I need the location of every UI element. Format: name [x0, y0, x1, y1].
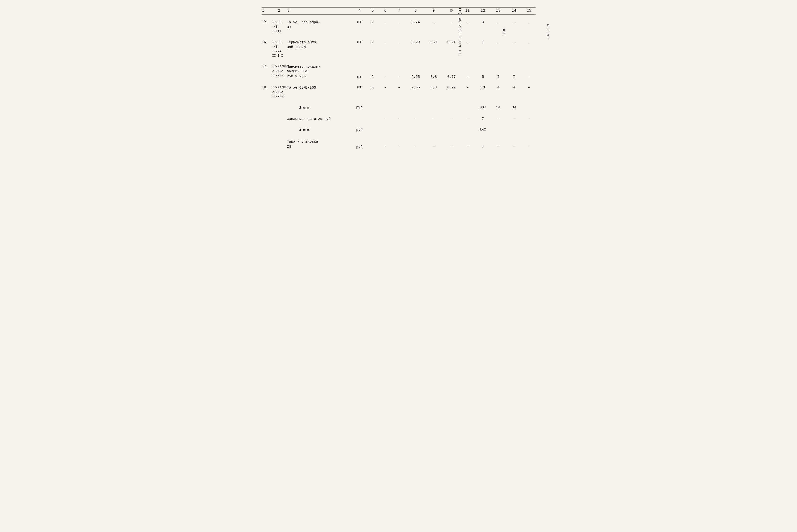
zap-c6: –: [378, 116, 392, 123]
row-c15-18: –: [523, 84, 535, 100]
zap-c10: –: [442, 116, 461, 123]
summary-c13-itogo1: 54: [491, 104, 506, 111]
side-labels: Тп 4II-1-122.85 (ш) IOO 665-03: [458, 7, 551, 55]
summary-unit-tara: руб: [352, 138, 367, 150]
row-desc-16: Термометр быто-вой ТБ-2М: [286, 39, 352, 59]
col-header-7: 7: [393, 8, 406, 15]
summary-row-zapchasti: Запасные части 2% руб – – – – – – 7 – – …: [262, 116, 535, 123]
tara-c13: –: [491, 138, 506, 150]
summary-row-tara: Тара и упаковка2% руб – – – – – – 7 – – …: [262, 138, 535, 150]
row-c13-18: 4: [491, 84, 506, 100]
zap-c5: [367, 116, 379, 123]
col-header-2: 2: [272, 8, 286, 15]
row-c9-16: 0,2I: [425, 39, 442, 59]
tara-c10: –: [442, 138, 461, 150]
tara-c6: –: [378, 138, 392, 150]
row-c7-17: –: [393, 63, 406, 80]
row-c5-18: 5: [367, 84, 379, 100]
summary-c11: [461, 104, 474, 111]
row-code-16: I7-06--48I-274II-I-I: [272, 39, 286, 59]
row-c12-18: I3: [474, 84, 491, 100]
zap-c12: 7: [474, 116, 491, 123]
col-header-10: Ю: [442, 8, 461, 15]
row-c8-16: 0,29: [406, 39, 425, 59]
row-code-18: I7-04/802-0002II-93-I: [272, 84, 286, 100]
summary-c10: [442, 104, 461, 111]
row-c7-16: –: [393, 39, 406, 59]
tara-c12: 7: [474, 138, 491, 150]
zap-c9: –: [425, 116, 442, 123]
row-num-17: I7.: [262, 63, 272, 80]
row-c5-16: 2: [367, 39, 379, 59]
zap-c13: –: [491, 116, 506, 123]
row-c7-18: –: [393, 84, 406, 100]
summary-row-itogo1: Итого: руб 334 54 34: [262, 104, 535, 111]
spacer-row: [262, 80, 535, 84]
table-row: I8. I7-04/802-0002II-93-I То же,ОБМI-I60…: [262, 84, 535, 100]
row-c9-18: 0,8: [425, 84, 442, 100]
summary-spacer3: [262, 127, 286, 134]
summary-empty: [367, 127, 475, 134]
row-c6-15: –: [378, 19, 392, 35]
row-c10-15: –: [442, 19, 461, 35]
tara-c7: –: [393, 138, 406, 150]
tara-c14: –: [506, 138, 523, 150]
summary-c6: [378, 104, 392, 111]
zap-c14: –: [506, 116, 523, 123]
summary-c14-itogo1: 34: [506, 104, 523, 111]
summary-c7: [393, 104, 406, 111]
summary-label-zapchasti: Запасные части 2% руб: [286, 116, 367, 123]
row-unit-16: шт: [352, 39, 367, 59]
row-code-15: I7-06--48I-III: [272, 19, 286, 35]
tara-c8: –: [406, 138, 425, 150]
row-c5-15: 2: [367, 19, 379, 35]
row-c15-17: –: [523, 63, 535, 80]
row-unit-15: шт: [352, 19, 367, 35]
row-c7-15: –: [393, 19, 406, 35]
row-c5-17: 2: [367, 63, 379, 80]
side-label-3: 665-03: [546, 24, 551, 39]
summary-rest: [491, 127, 535, 134]
summary-spacer2: [262, 116, 286, 123]
col-header-3: 3: [286, 8, 352, 15]
summary-row-itogo2: Итого: руб 34I: [262, 127, 535, 134]
summary-spacer: [262, 104, 286, 111]
table-row: I7. I7-04/802-0002II-93-I Манометр показ…: [262, 63, 535, 80]
row-c8-15: 0,74: [406, 19, 425, 35]
col-header-6: 6: [378, 8, 392, 15]
tara-c9: –: [425, 138, 442, 150]
row-code-17: I7-04/802-0002II-93-I: [272, 63, 286, 80]
summary-label-itogo2: Итого:: [286, 127, 352, 134]
summary-unit-itogo1: руб: [352, 104, 367, 111]
spacer-row: [262, 122, 535, 127]
row-c11-17: –: [461, 63, 474, 80]
col-header-1: I: [262, 8, 272, 15]
side-label-2: IOO: [502, 27, 507, 35]
row-c9-15: –: [425, 19, 442, 35]
tara-c15: –: [523, 138, 535, 150]
row-c13-17: I: [491, 63, 506, 80]
col-header-4: 4: [352, 8, 367, 15]
row-c6-18: –: [378, 84, 392, 100]
row-c14-17: I: [506, 63, 523, 80]
summary-c8: [406, 104, 425, 111]
zap-c11: –: [461, 116, 474, 123]
row-c8-18: 2,55: [406, 84, 425, 100]
summary-label-itogo1: Итого:: [286, 104, 352, 111]
row-unit-17: шт: [352, 63, 367, 80]
row-c10-16: 0,2I: [442, 39, 461, 59]
row-num-18: I8.: [262, 84, 272, 100]
spacer-row: [262, 100, 535, 104]
row-desc-18: То же,ОБМI-I60: [286, 84, 352, 100]
summary-label-tara: Тара и упаковка2%: [286, 138, 352, 150]
col-header-9: 9: [425, 8, 442, 15]
page-container: I 2 3 4 5 6 7 8 9 Ю II I2 I3 I4 I5 I5.: [262, 7, 535, 155]
row-c8-17: 2,55: [406, 63, 425, 80]
side-label-1: Тп 4II-1-122.85 (ш): [458, 7, 462, 55]
row-desc-15: То же, без опра-вы: [286, 19, 352, 35]
summary-unit-itogo2: руб: [352, 127, 367, 134]
spacer-row: [262, 111, 535, 116]
col-header-8: 8: [406, 8, 425, 15]
row-c6-17: –: [378, 63, 392, 80]
summary-c12-itogo2: 34I: [474, 127, 491, 134]
